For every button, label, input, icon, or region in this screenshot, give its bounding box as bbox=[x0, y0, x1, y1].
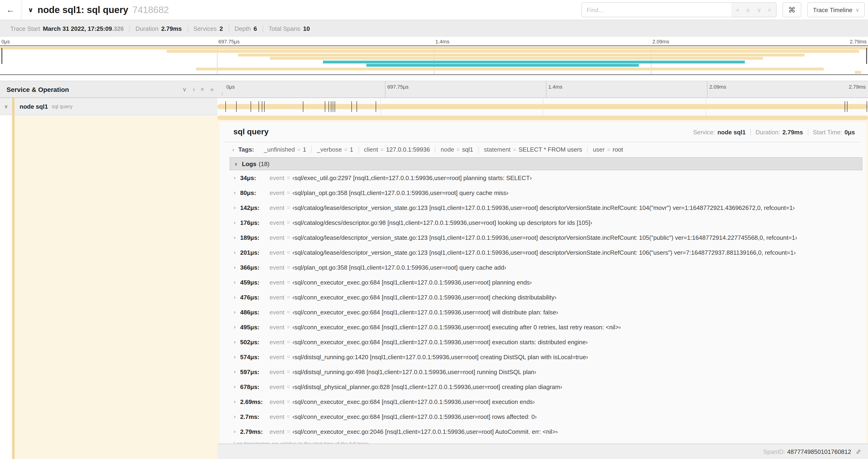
log-row[interactable]: › 486μs: event = ‹sql/conn_executor_exec… bbox=[229, 305, 862, 320]
chevron-right-icon[interactable]: › bbox=[234, 429, 236, 434]
link-icon[interactable] bbox=[856, 449, 862, 455]
log-row[interactable]: › 176μs: event = ‹sql/catalog/descs/desc… bbox=[229, 215, 862, 230]
log-field-value: ‹sql/catalog/lease/descriptor_version_st… bbox=[292, 234, 797, 241]
log-rows: › 34μs: event = ‹sql/exec_util.go:2297 [… bbox=[229, 170, 862, 439]
minimap-span-bar bbox=[238, 54, 805, 57]
log-row[interactable]: › 34μs: event = ‹sql/exec_util.go:2297 [… bbox=[229, 170, 862, 185]
trace-view-selector[interactable]: Trace Timeline ∨ bbox=[807, 2, 865, 17]
expand-one-icon[interactable]: › bbox=[193, 86, 195, 93]
log-timestamp: 2.69ms: bbox=[240, 398, 265, 405]
tags-row[interactable]: › Tags: _unfinished = 1 _verbose bbox=[219, 142, 866, 156]
chevron-down-icon[interactable]: ∨ bbox=[757, 7, 762, 13]
span-row-timeline-cell[interactable] bbox=[217, 98, 868, 115]
summary-label: Total Spans bbox=[269, 25, 300, 32]
log-row[interactable]: › 495μs: event = ‹sql/conn_executor_exec… bbox=[229, 320, 862, 334]
tag-key: _unfinished bbox=[264, 146, 295, 153]
chevron-right-icon[interactable]: › bbox=[234, 384, 236, 390]
log-field-key: event bbox=[270, 204, 284, 211]
chevron-down-icon[interactable]: ∨ bbox=[234, 161, 238, 166]
summary-value: 10 bbox=[303, 25, 310, 32]
chevron-right-icon[interactable]: › bbox=[234, 309, 236, 315]
summary-value: March 31 2022, 17:25:09 bbox=[43, 25, 112, 32]
minimap-right-drag-handle[interactable] bbox=[866, 48, 867, 64]
log-timestamp: 189μs: bbox=[240, 234, 265, 241]
log-row[interactable]: › 597μs: event = ‹sql/distsql_running.go… bbox=[229, 364, 862, 379]
chevron-right-icon[interactable]: › bbox=[234, 175, 236, 181]
minimap-left-drag-handle[interactable] bbox=[1, 48, 2, 64]
log-field-key: event bbox=[270, 279, 284, 286]
chevron-right-icon[interactable]: › bbox=[234, 264, 236, 270]
ruler-tick-label: 0μs bbox=[224, 84, 235, 90]
log-row[interactable]: › 476μs: event = ‹sql/conn_executor_exec… bbox=[229, 290, 862, 305]
title-area: ∨ node sql1: sql query 7418682 bbox=[22, 4, 582, 15]
log-field-key: event bbox=[270, 398, 284, 405]
log-field-value: ‹sql/catalog/lease/descriptor_version_st… bbox=[292, 249, 796, 256]
chevron-right-icon[interactable]: › bbox=[234, 354, 236, 360]
trace-minimap[interactable] bbox=[0, 45, 868, 75]
log-row[interactable]: › 678μs: event = ‹sql/distsql_physical_p… bbox=[229, 379, 862, 394]
span-id-value: 4877749850101760812 bbox=[787, 448, 851, 455]
service-color-stripe bbox=[12, 115, 14, 459]
span-duration-bar[interactable] bbox=[217, 104, 868, 109]
log-row[interactable]: › 2.7ms: event = ‹sql/conn_executor_exec… bbox=[229, 409, 862, 424]
find-input[interactable] bbox=[582, 3, 731, 17]
column-resizer-handle[interactable]: ⁞⁞ bbox=[221, 92, 223, 97]
span-log-tick bbox=[333, 101, 333, 112]
chevron-right-icon[interactable]: › bbox=[234, 294, 236, 300]
detail-left-gutter bbox=[0, 115, 12, 459]
chevron-right-icon[interactable]: › bbox=[234, 220, 236, 225]
top-header: ← ∨ node sql1: sql query 7418682 ⌖ ∧ ∨ ×… bbox=[0, 0, 868, 20]
minimap-span-row bbox=[0, 50, 868, 53]
chevron-right-icon[interactable]: › bbox=[234, 339, 236, 345]
log-field-value: ‹sql/distsql_physical_planner.go:828 [ns… bbox=[292, 383, 562, 390]
keyboard-shortcuts-button[interactable]: ⌘ bbox=[783, 2, 801, 17]
log-field-value: ‹sql/conn_executor_exec.go:684 [nsql1,cl… bbox=[292, 279, 532, 286]
log-timestamp: 176μs: bbox=[240, 219, 265, 226]
log-row[interactable]: › 201μs: event = ‹sql/catalog/lease/desc… bbox=[229, 245, 862, 260]
minimap-span-row bbox=[0, 64, 868, 67]
span-log-tick bbox=[325, 101, 325, 112]
log-row[interactable]: › 366μs: event = ‹sql/plan_opt.go:358 [n… bbox=[229, 260, 862, 275]
detail-span-bar[interactable] bbox=[217, 116, 868, 120]
chevron-right-icon[interactable]: › bbox=[234, 399, 236, 404]
chevron-right-icon[interactable]: › bbox=[234, 414, 236, 419]
chevron-right-icon[interactable]: › bbox=[234, 280, 236, 285]
span-title: sql query bbox=[233, 127, 688, 137]
span-service-name[interactable]: node sql1 bbox=[20, 103, 48, 110]
collapse-one-icon[interactable]: ∨ bbox=[182, 86, 187, 93]
chevron-right-icon[interactable]: › bbox=[234, 369, 236, 374]
log-row[interactable]: › 574μs: event = ‹sql/distsql_running.go… bbox=[229, 349, 862, 364]
double-chevron-down-icon[interactable]: » bbox=[199, 88, 206, 91]
log-field-key: event bbox=[270, 264, 284, 271]
close-icon[interactable]: × bbox=[768, 7, 771, 13]
tag-key: node bbox=[440, 146, 454, 153]
chevron-right-icon[interactable]: › bbox=[234, 205, 236, 210]
log-row[interactable]: › 502μs: event = ‹sql/conn_executor_exec… bbox=[229, 334, 862, 349]
timeline-left-header: Service & Operation ∨ › » » ⁞⁞ bbox=[0, 81, 224, 97]
minimap-span-bar bbox=[270, 57, 763, 60]
log-row[interactable]: › 142μs: event = ‹sql/catalog/lease/desc… bbox=[229, 200, 862, 215]
log-row[interactable]: › 459μs: event = ‹sql/conn_executor_exec… bbox=[229, 275, 862, 290]
chevron-right-icon[interactable]: › bbox=[234, 250, 236, 255]
locate-icon[interactable]: ⌖ bbox=[736, 7, 739, 13]
log-row[interactable]: › 80μs: event = ‹sql/plan_opt.go:358 [ns… bbox=[229, 185, 862, 200]
logs-header[interactable]: ∨ Logs (18) bbox=[229, 157, 862, 170]
chevron-up-icon[interactable]: ∧ bbox=[746, 7, 750, 13]
double-chevron-right-icon[interactable]: » bbox=[211, 86, 214, 93]
chevron-right-icon[interactable]: › bbox=[234, 190, 236, 195]
back-button[interactable]: ← bbox=[0, 0, 22, 20]
tag-value: 1 bbox=[303, 146, 306, 153]
tag-key: client bbox=[364, 146, 378, 153]
chevron-right-icon[interactable]: › bbox=[234, 235, 236, 240]
log-field-key: event bbox=[270, 249, 284, 256]
span-row-name-cell[interactable]: ∨ node sql1 sql query bbox=[0, 98, 217, 115]
spacer bbox=[0, 75, 868, 81]
span-collapse-chevron-icon[interactable]: ∨ bbox=[0, 103, 12, 109]
log-row[interactable]: › 189μs: event = ‹sql/catalog/lease/desc… bbox=[229, 230, 862, 245]
trace-collapse-toggle-icon[interactable]: ∨ bbox=[28, 6, 33, 13]
chevron-right-icon[interactable]: › bbox=[234, 324, 236, 330]
minimap-tick-label: 1.4ms bbox=[434, 39, 450, 44]
log-row[interactable]: › 2.79ms: event = ‹sql/conn_executor_exe… bbox=[229, 424, 862, 439]
log-row[interactable]: › 2.69ms: event = ‹sql/conn_executor_exe… bbox=[229, 394, 862, 409]
chevron-right-icon[interactable]: › bbox=[232, 147, 234, 152]
